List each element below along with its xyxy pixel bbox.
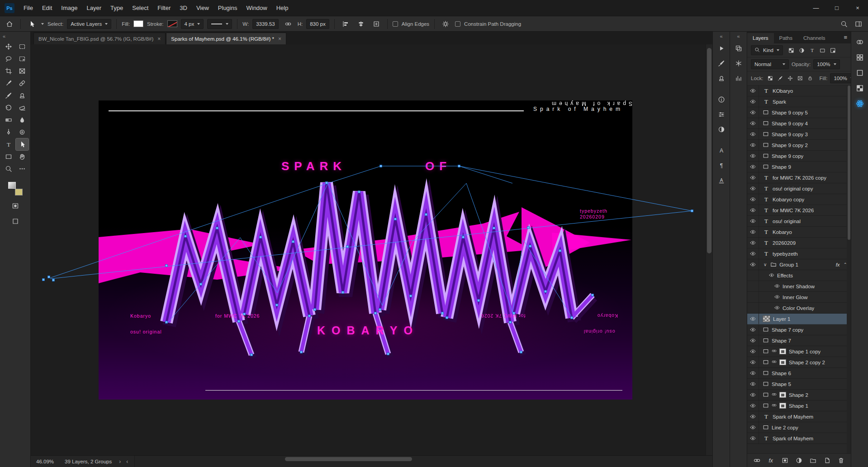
menu-type[interactable]: Type <box>106 0 128 16</box>
dock1-expand-icon[interactable]: « <box>720 33 722 39</box>
layer-visibility-cell[interactable] <box>747 194 759 205</box>
layer-row[interactable]: Shape 9 <box>747 162 851 172</box>
layer-visibility-cell[interactable] <box>747 162 759 172</box>
new-group-icon[interactable] <box>808 456 818 466</box>
quick-mask-icon[interactable] <box>9 200 22 212</box>
layer-row-body[interactable]: Shape 6 <box>759 368 851 378</box>
delete-layer-icon[interactable] <box>836 456 846 466</box>
layer-visibility-cell[interactable] <box>747 281 759 291</box>
layer-visibility-cell[interactable] <box>747 227 759 237</box>
menu-layer[interactable]: Layer <box>82 0 106 16</box>
layer-row-body[interactable]: Tfor MWC 7K 2026 <box>759 205 851 215</box>
layer-row-body[interactable]: Shape 9 copy 4 <box>759 118 851 129</box>
filter-smart-objects-icon[interactable] <box>828 46 837 55</box>
foreground-color-swatch[interactable] <box>8 182 16 189</box>
tab-close-icon[interactable]: × <box>278 36 281 42</box>
hand-tool[interactable] <box>16 151 28 162</box>
layer-visibility-cell[interactable] <box>747 411 759 422</box>
document-tab-2[interactable]: Sparks of Mayhem.psd @ 46.1% (RGB/8#) *× <box>166 33 286 44</box>
layer-effects-icon[interactable]: fx <box>766 456 776 466</box>
filter-adjustment-layers-icon[interactable] <box>797 46 806 55</box>
layer-row[interactable]: Shape 5 <box>747 379 851 390</box>
clone-source-panel-icon[interactable] <box>715 71 728 85</box>
layer-row[interactable]: Tfor MWC 7K 2026 copy <box>747 172 851 183</box>
layer-row[interactable]: Shape 2 <box>747 390 851 400</box>
dodge-tool[interactable] <box>16 126 28 138</box>
layer-visibility-cell[interactable] <box>747 216 759 226</box>
stroke-width-field[interactable]: 4 px <box>181 19 204 29</box>
layer-row-body[interactable]: TSpark of Mayhem <box>759 433 851 443</box>
close-button[interactable]: × <box>847 0 868 16</box>
layer-row-body[interactable]: TSpark of Mayhem <box>759 411 851 422</box>
menu-edit[interactable]: Edit <box>38 0 57 16</box>
color-panel-icon[interactable] <box>853 35 867 49</box>
layer-row-body[interactable]: Line 2 copy <box>759 422 851 433</box>
color-swatches[interactable] <box>8 182 23 195</box>
layer-row[interactable]: Shape 2 copy 2 <box>747 357 851 368</box>
layer-row[interactable]: T20260209 <box>747 238 851 248</box>
tab-close-icon[interactable]: × <box>157 36 161 42</box>
toolbar-collapse-icon[interactable]: « <box>0 33 8 40</box>
patterns-panel-icon[interactable] <box>853 81 867 95</box>
layer-visibility-cell[interactable] <box>747 433 759 443</box>
frame-tool[interactable] <box>16 65 28 77</box>
menu-help[interactable]: Help <box>272 0 293 16</box>
align-center-icon[interactable] <box>355 18 367 30</box>
layer-row-body[interactable]: Shape 9 <box>759 162 851 172</box>
layer-visibility-cell[interactable] <box>747 390 759 400</box>
move-tool[interactable] <box>2 41 15 52</box>
blend-mode-dropdown[interactable]: Normal <box>751 59 789 69</box>
layer-row-body[interactable]: Shape 7 copy <box>759 324 851 335</box>
snapshots-panel-icon[interactable] <box>732 57 745 70</box>
path-operations-icon[interactable] <box>370 18 382 30</box>
layer-row-body[interactable]: TSpark <box>759 96 851 107</box>
effect-visibility-icon[interactable] <box>774 294 780 300</box>
lock-artboard-icon[interactable] <box>796 74 804 82</box>
layer-row[interactable]: Shape 6 <box>747 368 851 379</box>
canvas-vertical-scrollbar[interactable] <box>706 44 712 455</box>
layer-visibility-cell[interactable] <box>747 140 759 150</box>
home-icon[interactable] <box>4 18 15 30</box>
menu-filter[interactable]: Filter <box>153 0 175 16</box>
layer-row-body[interactable]: Effects <box>759 270 851 281</box>
layer-row[interactable]: Inner Glow <box>747 292 851 303</box>
stroke-style-dropdown[interactable] <box>207 19 232 29</box>
layer-row-body[interactable]: Inner Shadow <box>759 281 851 291</box>
swatches-panel-icon[interactable] <box>853 51 867 64</box>
layer-row[interactable]: Shape 1 <box>747 400 851 411</box>
pen-tool[interactable] <box>2 126 15 138</box>
layer-row[interactable]: Tfor MWC 7K 2026 <box>747 205 851 216</box>
layer-visibility-cell[interactable] <box>747 368 759 378</box>
menu-plugins[interactable]: Plugins <box>213 0 242 16</box>
filter-type-layers-icon[interactable]: T <box>807 46 816 55</box>
home-screen-icon[interactable] <box>853 97 867 110</box>
marquee-tool[interactable] <box>16 41 28 52</box>
layer-visibility-cell[interactable] <box>747 107 759 118</box>
menu-select[interactable]: Select <box>128 0 153 16</box>
menu-3d[interactable]: 3D <box>175 0 192 16</box>
layers-scrollbar[interactable] <box>847 86 851 453</box>
layer-visibility-cell[interactable] <box>747 96 759 107</box>
layer-row-body[interactable]: Inner Glow <box>759 292 851 302</box>
lock-position-icon[interactable] <box>786 74 794 82</box>
layer-visibility-cell[interactable] <box>747 129 759 139</box>
kind-filter-dropdown[interactable]: Kind <box>751 45 783 55</box>
background-color-swatch[interactable] <box>15 189 23 195</box>
workspace-switcher-icon[interactable] <box>853 18 864 30</box>
layer-visibility-cell[interactable] <box>747 86 759 96</box>
layer-row[interactable]: Shape 1 copy <box>747 346 851 357</box>
object-selection-tool[interactable] <box>16 53 28 65</box>
width-field[interactable]: 3339.53 <box>252 19 279 29</box>
layer-row[interactable]: TKobaryo copy <box>747 194 851 205</box>
layer-row-body[interactable]: Shape 2 <box>759 390 851 400</box>
brush-tool[interactable] <box>2 90 15 101</box>
layer-row-body[interactable]: Shape 9 copy 2 <box>759 140 851 150</box>
search-icon[interactable] <box>838 18 850 30</box>
layer-row[interactable]: Tosu! original copy <box>747 183 851 194</box>
minimize-button[interactable]: — <box>806 0 826 16</box>
document-artwork[interactable]: Spark of Mayhem SPARK OF typebyzeth 2026… <box>99 100 632 400</box>
layer-row[interactable]: TSpark of Mayhem <box>747 411 851 422</box>
filter-pixel-layers-icon[interactable] <box>787 46 796 55</box>
layer-row-body[interactable]: Tosu! original copy <box>759 183 851 194</box>
panel-menu-icon[interactable]: ≡ <box>840 34 851 43</box>
